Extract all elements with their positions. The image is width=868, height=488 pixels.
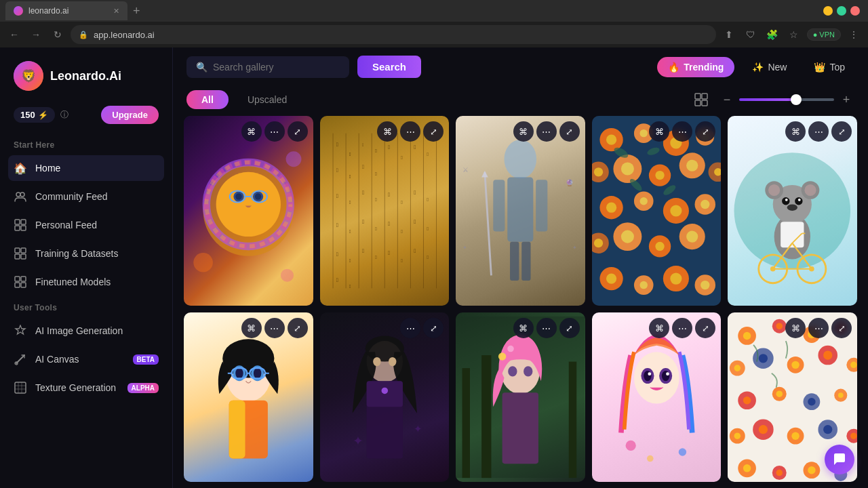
action-expand-8[interactable]: ⤢ [559, 318, 580, 338]
shield-icon[interactable]: 🛡 [742, 26, 760, 43]
sidebar: 🦁 Leonardo.Ai 150 ⚡ ⓘ Upgrade Start Here… [0, 47, 173, 488]
tab-close-btn[interactable]: ✕ [113, 7, 119, 16]
sidebar-item-ai-image[interactable]: AI Image Generation [8, 318, 164, 344]
action-remix-1[interactable]: ⌘ [241, 121, 262, 142]
action-remix-3[interactable]: ⌘ [513, 121, 534, 142]
window-close[interactable] [850, 6, 860, 16]
sidebar-item-texture[interactable]: Texture Generation ALPHA [8, 375, 164, 401]
share-icon[interactable]: ⬆ [720, 26, 738, 43]
gallery-item-1[interactable]: ⌘ ⋯ ⤢ [184, 116, 313, 306]
action-expand-5[interactable]: ⤢ [831, 121, 852, 142]
window-maximize[interactable] [837, 6, 846, 16]
action-more-8[interactable]: ⋯ [536, 318, 557, 338]
beta-badge: BETA [133, 354, 159, 365]
browser-tab-active[interactable]: leonardo.ai ✕ [5, 1, 127, 20]
zoom-plus-button[interactable]: + [838, 92, 854, 108]
action-more-10[interactable]: ⋯ [808, 318, 829, 338]
action-more-9[interactable]: ⋯ [672, 318, 692, 338]
trending-label: Trending [684, 62, 724, 73]
action-expand-2[interactable]: ⤢ [423, 121, 443, 142]
trending-button[interactable]: 🔥 Trending [657, 57, 734, 77]
search-input[interactable] [213, 62, 340, 73]
action-remix-2[interactable]: ⌘ [377, 121, 397, 142]
grid-view-icon[interactable] [692, 90, 711, 109]
action-more-6[interactable]: ⋯ [264, 318, 285, 338]
personal-feed-label: Personal Feed [35, 220, 97, 230]
action-more-5[interactable]: ⋯ [808, 121, 829, 142]
sidebar-item-home[interactable]: 🏠 Home [8, 155, 164, 181]
reload-button[interactable]: ↻ [49, 26, 66, 43]
address-bar[interactable]: 🔒 app.leonardo.ai [71, 25, 716, 44]
sidebar-item-ai-canvas[interactable]: AI Canvas BETA [8, 346, 164, 372]
action-remix-6[interactable]: ⌘ [241, 318, 262, 338]
zoom-thumb[interactable] [791, 94, 802, 105]
gallery-area[interactable]: ⌘ ⋯ ⤢ [173, 116, 868, 488]
action-expand-9[interactable]: ⤢ [695, 318, 715, 338]
action-more-2[interactable]: ⋯ [400, 121, 420, 142]
gallery-item-5[interactable]: ⌘ ⋯ ⤢ [728, 116, 857, 306]
gallery-item-2[interactable]: 𓁹 𓃀 𓄿 𓇋 𓆑 𓋴 𓌀 𓍿 𓎡 𓏏 𓐍 𓀀 [320, 116, 450, 306]
item-actions-7: ⋯ ⤢ [400, 318, 443, 338]
action-more-4[interactable]: ⋯ [672, 121, 692, 142]
sidebar-item-personal-feed[interactable]: Personal Feed [8, 212, 164, 238]
ai-canvas-label: AI Canvas [35, 354, 79, 365]
action-more-1[interactable]: ⋯ [264, 121, 285, 142]
back-button[interactable]: ← [5, 26, 23, 43]
window-minimize[interactable] [823, 6, 833, 16]
gallery-item-3[interactable]: ⚔ 🔮 ✦ ✦ ⌘ ⋯ ⤢ [456, 116, 585, 306]
ai-canvas-icon [14, 352, 27, 366]
svg-rect-8 [15, 248, 20, 253]
upgrade-button[interactable]: Upgrade [101, 106, 159, 124]
filter-upscaled-button[interactable]: Upscaled [237, 90, 298, 109]
sidebar-item-finetuned[interactable]: Finetuned Models [8, 269, 164, 295]
logo-avatar: 🦁 [14, 61, 43, 91]
action-expand-10[interactable]: ⤢ [831, 318, 852, 338]
svg-rect-19 [702, 94, 707, 99]
new-button[interactable]: ✨ New [743, 57, 796, 77]
top-button[interactable]: 👑 Top [804, 57, 854, 77]
credits-icon: ⚡ [38, 110, 48, 120]
item-actions-9: ⌘ ⋯ ⤢ [649, 318, 715, 338]
gallery-item-6[interactable]: ⌘ ⋯ ⤢ [184, 312, 313, 482]
svg-rect-10 [15, 254, 20, 259]
chat-fab-button[interactable] [825, 445, 854, 474]
action-remix-10[interactable]: ⌘ [785, 318, 806, 338]
svg-rect-11 [21, 254, 26, 259]
gallery-item-7[interactable]: ✦ ✦ ⋯ ⤢ [320, 312, 450, 482]
gallery-item-8[interactable]: ⌘ ⋯ ⤢ [456, 312, 585, 482]
zoom-minus-button[interactable]: − [719, 92, 735, 108]
gallery-item-4[interactable]: ⌘ ⋯ ⤢ [592, 116, 722, 306]
svg-rect-9 [21, 248, 26, 253]
action-expand-7[interactable]: ⤢ [423, 318, 443, 338]
action-remix-4[interactable]: ⌘ [649, 121, 669, 142]
search-box[interactable]: 🔍 [186, 56, 349, 78]
sidebar-item-community-feed[interactable]: Community Feed [8, 184, 164, 209]
action-expand-6[interactable]: ⤢ [288, 318, 308, 338]
svg-point-2 [16, 192, 20, 197]
filter-all-button[interactable]: All [186, 90, 229, 109]
menu-icon[interactable]: ⋮ [845, 26, 863, 43]
zoom-track[interactable] [739, 98, 834, 101]
gallery-item-9[interactable]: ⌘ ⋯ ⤢ [592, 312, 722, 482]
sidebar-item-training[interactable]: Training & Datasets [8, 241, 164, 266]
action-remix-9[interactable]: ⌘ [649, 318, 669, 338]
item-actions-1: ⌘ ⋯ ⤢ [241, 121, 308, 142]
new-tab-button[interactable]: + [133, 4, 140, 18]
action-expand-1[interactable]: ⤢ [288, 121, 308, 142]
logo-text: Leonardo.Ai [50, 69, 121, 83]
forward-button[interactable]: → [27, 26, 45, 43]
alpha-badge: ALPHA [127, 383, 159, 393]
action-expand-3[interactable]: ⤢ [559, 121, 580, 142]
action-more-3[interactable]: ⋯ [536, 121, 557, 142]
action-remix-5[interactable]: ⌘ [785, 121, 806, 142]
credits-info-icon[interactable]: ⓘ [60, 109, 68, 121]
action-more-7[interactable]: ⋯ [400, 318, 420, 338]
action-remix-8[interactable]: ⌘ [513, 318, 534, 338]
action-expand-4[interactable]: ⤢ [695, 121, 715, 142]
section-tools-label: User Tools [8, 298, 164, 315]
item-actions-4: ⌘ ⋯ ⤢ [649, 121, 715, 142]
search-button[interactable]: Search [357, 56, 421, 78]
bookmark-icon[interactable]: ☆ [785, 26, 803, 43]
extension-icon[interactable]: 🧩 [764, 26, 781, 43]
home-label: Home [35, 163, 60, 174]
